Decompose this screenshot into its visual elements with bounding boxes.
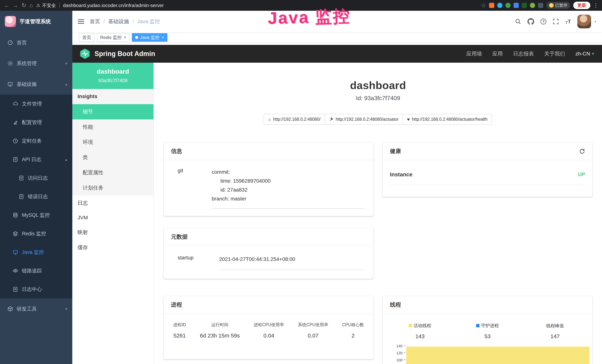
sidebar-item-infra[interactable]: 基础设施 ▴ xyxy=(0,74,72,95)
chart-y-axis: 140 120 100 xyxy=(392,344,406,364)
breadcrumb-separator xyxy=(103,19,105,24)
extension-icon[interactable] xyxy=(497,3,502,8)
sidebar-item-devtools[interactable]: 研发工具 ▾ xyxy=(0,299,72,319)
sba-nav-journal[interactable]: 日志报表 xyxy=(513,50,534,57)
browser-menu-icon[interactable]: ⋮ xyxy=(593,3,599,8)
user-avatar[interactable] xyxy=(577,15,591,28)
instance-name: dashboard xyxy=(75,68,150,75)
sba-nav-about[interactable]: 关于我们 xyxy=(544,50,565,57)
actuator-url-link[interactable]: http://192.168.0.2:48080/actuator xyxy=(325,114,403,125)
github-icon[interactable] xyxy=(527,18,534,25)
emoji-icon xyxy=(549,3,554,8)
sidebar-item-access-log[interactable]: 访问日志 xyxy=(0,169,72,187)
search-icon[interactable] xyxy=(515,18,521,25)
sidebar-item-system[interactable]: 系统管理 ▾ xyxy=(0,53,72,74)
process-label: 进程CPU使用率 xyxy=(254,322,284,328)
process-label: 运行时间 xyxy=(200,322,240,328)
sba-brand-title[interactable]: Spring Boot Admin xyxy=(95,50,155,58)
tab-redis[interactable]: Redis 监控 × xyxy=(97,33,129,42)
sidebar-item-label: 首页 xyxy=(17,39,27,46)
extension-icon[interactable] xyxy=(522,3,527,8)
process-col: 系统CPU使用率 0.07 xyxy=(298,322,328,339)
sidebar-item-log-center[interactable]: 日志中心 xyxy=(0,280,72,299)
forward-icon[interactable]: → xyxy=(13,3,18,8)
sidebar-item-job[interactable]: 定时任务 xyxy=(0,132,72,150)
sidebar-item-trace[interactable]: 链路追踪 xyxy=(0,261,72,280)
menu-item-logs[interactable]: 日志 xyxy=(72,195,153,211)
tab-home[interactable]: 首页 xyxy=(79,33,95,42)
breadcrumb-home[interactable]: 首页 xyxy=(90,18,100,25)
wrench-icon xyxy=(329,117,333,122)
extension-icon[interactable] xyxy=(505,3,511,8)
sidebar-item-label: Redis 监控 xyxy=(22,230,46,237)
menu-item-configprops[interactable]: 配置属性 xyxy=(72,165,153,180)
menu-item-classes[interactable]: 类 xyxy=(72,150,153,165)
history-icon[interactable] xyxy=(579,148,585,154)
sidebar-item-label: 研发工具 xyxy=(17,306,37,312)
eye-icon xyxy=(13,268,18,274)
paused-badge[interactable]: 已暂停 xyxy=(546,2,570,9)
page-title: dashboard xyxy=(163,79,592,91)
menu-item-caches[interactable]: 缓存 xyxy=(72,240,153,255)
menu-item-scheduled-tasks[interactable]: 计划任务 xyxy=(72,180,153,195)
address-url[interactable]: dashboard.yudao.iocoder.cn/infra/admin-s… xyxy=(63,3,164,8)
home-icon[interactable]: ⌂ xyxy=(30,3,33,8)
link-label: http://192.168.0.2:48080/actuator xyxy=(336,117,399,122)
link-label: http://192.168.0.2:48080/actuator/health xyxy=(412,117,488,122)
tab-java[interactable]: Java 监控 × xyxy=(132,33,167,42)
topbar: 首页 基础设施 Java 监控 ? TT ▾ xyxy=(72,11,602,32)
card-title: 健康 xyxy=(390,147,401,155)
instance-id-line: Id: 93a3fc7f7409 xyxy=(163,95,592,102)
bookmark-star-icon[interactable]: ☆ xyxy=(481,3,486,8)
service-url-link[interactable]: ⌂ http://192.168.0.2:48080/ xyxy=(264,114,325,125)
extension-icon[interactable] xyxy=(538,3,543,8)
instance-header[interactable]: dashboard 93a3fc7f7409 xyxy=(72,63,153,89)
extension-icon[interactable] xyxy=(489,3,494,8)
sba-nav-wall[interactable]: 应用墙 xyxy=(466,50,482,57)
reload-icon[interactable]: ↻ xyxy=(22,3,26,8)
menu-item-details[interactable]: 细节 xyxy=(72,104,153,119)
metadata-value: 2021-04-27T00:44:31.254+08:00 xyxy=(219,255,365,270)
help-icon[interactable]: ? xyxy=(540,19,546,24)
font-size-icon[interactable]: TT xyxy=(565,18,571,25)
sidebar-item-home[interactable]: 首页 xyxy=(0,32,72,53)
menu-item-performance[interactable]: 性能 xyxy=(72,119,153,135)
health-url-link[interactable]: ♥ http://192.168.0.2:48080/actuator/heal… xyxy=(402,114,492,125)
breadcrumb-infra[interactable]: 基础设施 xyxy=(108,18,129,25)
sidebar-item-label: 链路追踪 xyxy=(22,268,42,274)
sba-nav-applications[interactable]: 应用 xyxy=(493,50,503,57)
sidebar-item-redis[interactable]: Redis 监控 xyxy=(0,224,72,243)
sidebar-item-config[interactable]: 配置管理 xyxy=(0,113,72,132)
logo-row[interactable]: 芋道管理系统 xyxy=(0,11,72,32)
legend-item: 活动线程 143 xyxy=(386,322,454,340)
security-chip[interactable]: ⚠ 不安全 xyxy=(36,2,56,9)
back-icon[interactable]: ← xyxy=(4,3,9,8)
card-title: 线程 xyxy=(390,301,401,309)
close-icon[interactable]: × xyxy=(162,35,164,40)
extension-icon[interactable] xyxy=(514,3,519,8)
menu-item-jvm[interactable]: JVM xyxy=(72,211,153,225)
menu-item-environment[interactable]: 环境 xyxy=(72,135,153,150)
sidebar-item-java[interactable]: Java 监控 xyxy=(0,243,72,261)
divider xyxy=(59,3,60,8)
fullscreen-icon[interactable] xyxy=(553,18,559,25)
close-icon[interactable]: × xyxy=(124,35,126,40)
font-size-large: T xyxy=(568,18,571,25)
menu-fold-icon[interactable] xyxy=(72,18,90,25)
sba-locale-select[interactable]: zh-CN ▾ xyxy=(575,51,594,57)
sidebar-item-label: MySQL 监控 xyxy=(22,212,50,218)
process-col: 运行时间 6d 23h 15m 59s xyxy=(200,322,240,339)
sidebar-item-label: 配置管理 xyxy=(22,119,42,126)
health-key: Instance xyxy=(390,171,412,178)
extension-icon[interactable] xyxy=(530,3,535,8)
sba-header: Spring Boot Admin 应用墙 应用 日志报表 关于我们 zh-CN… xyxy=(72,45,602,63)
menu-item-mappings[interactable]: 映射 xyxy=(72,225,153,240)
status-badge: UP xyxy=(578,171,585,177)
sidebar-item-api-log[interactable]: API 日志 ▴ xyxy=(0,150,72,169)
sidebar-item-file[interactable]: 文件管理 xyxy=(0,95,72,113)
sidebar-item-error-log[interactable]: 错误日志 xyxy=(0,187,72,206)
legend-item: 线程峰值 147 xyxy=(521,322,589,340)
tab-label: 首页 xyxy=(82,34,91,40)
sidebar-item-mysql[interactable]: MySQL 监控 xyxy=(0,206,72,224)
update-button[interactable]: 更新 xyxy=(573,2,590,9)
